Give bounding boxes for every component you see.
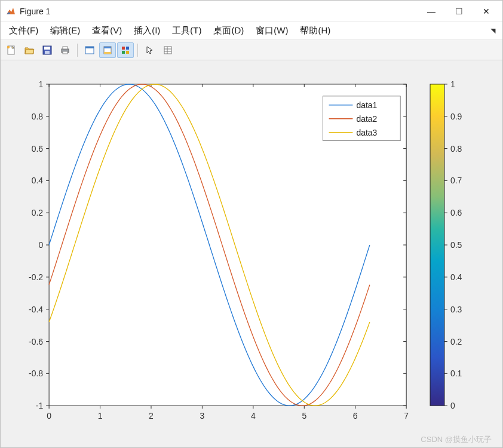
y-tick-label: 0.8: [32, 112, 44, 121]
save-button[interactable]: [39, 42, 56, 58]
y-tick-label: -0.4: [29, 305, 43, 314]
svg-rect-65: [430, 84, 444, 406]
menu-window[interactable]: 窗口(W): [251, 23, 293, 38]
svg-rect-13: [104, 52, 111, 54]
menu-tools[interactable]: 工具(T): [167, 23, 206, 38]
x-tick-label: 3: [200, 411, 205, 421]
svg-rect-18: [164, 47, 171, 54]
inspector-button[interactable]: [160, 42, 176, 58]
legend-item-2: data2: [356, 114, 377, 124]
colorbar-tick-label: 0.2: [450, 337, 462, 346]
toolbar: [1, 40, 502, 60]
y-tick-label: -1: [36, 401, 44, 410]
menu-view[interactable]: 查看(V): [87, 23, 127, 38]
x-tick-label: 1: [98, 411, 103, 421]
colorbar-tick-label: 0.4: [450, 272, 462, 282]
colorbar-tick-label: 0.6: [450, 208, 462, 217]
svg-rect-4: [44, 47, 50, 50]
dock-icon[interactable]: ◥: [490, 27, 499, 35]
colorbar-tick-label: 0.1: [450, 369, 462, 378]
x-tick-label: 7: [404, 411, 409, 421]
svg-point-2: [7, 45, 10, 48]
close-button[interactable]: ✕: [473, 2, 500, 21]
open-button[interactable]: [21, 42, 38, 58]
svg-rect-5: [45, 51, 50, 54]
svg-rect-10: [85, 47, 94, 48]
minimize-button[interactable]: —: [418, 2, 445, 21]
titlebar: Figure 1 — ☐ ✕: [1, 1, 502, 22]
axes[interactable]: 01234567 -1-0.8-0.6-0.4-0.200.20.40.60.8…: [7, 72, 496, 435]
colorbar-button[interactable]: [117, 42, 134, 58]
x-tick-label: 2: [149, 411, 154, 421]
colorbar-tick-label: 0: [450, 401, 455, 410]
matlab-icon: [5, 6, 16, 17]
link-plot-button[interactable]: [99, 42, 116, 58]
menu-desktop[interactable]: 桌面(D): [208, 23, 249, 38]
y-tick-label: 0: [38, 240, 43, 250]
x-tick-label: 5: [302, 411, 306, 421]
toolbar-sep: [77, 44, 78, 57]
window-title: Figure 1: [20, 7, 50, 16]
new-file-button[interactable]: [3, 42, 20, 58]
x-tick-label: 4: [251, 411, 256, 421]
menubar: 文件(F) 编辑(E) 查看(V) 插入(I) 工具(T) 桌面(D) 窗口(W…: [1, 22, 502, 40]
menu-insert[interactable]: 插入(I): [129, 23, 165, 38]
close-icon: ✕: [483, 7, 490, 16]
colorbar-tick-label: 0.7: [450, 176, 462, 185]
colorbar-tick-label: 0.3: [450, 305, 462, 314]
colorbar[interactable]: 00.10.20.30.40.50.60.70.80.91: [430, 79, 462, 410]
y-tick-label: -0.2: [29, 272, 43, 282]
y-tick-label: -0.8: [29, 369, 43, 378]
pointer-button[interactable]: [142, 42, 158, 58]
menu-file[interactable]: 文件(F): [4, 23, 43, 38]
colorbar-tick-label: 0.9: [450, 112, 462, 121]
svg-rect-8: [63, 51, 68, 54]
colorbar-tick-label: 0.8: [450, 144, 462, 154]
maximize-glyph: ☐: [455, 7, 463, 16]
figure-canvas[interactable]: 01234567 -1-0.8-0.6-0.4-0.200.20.40.60.8…: [1, 60, 502, 447]
print-button[interactable]: [57, 42, 73, 58]
menu-help[interactable]: 帮助(H): [295, 23, 335, 38]
minimize-glyph: —: [427, 7, 435, 16]
maximize-button[interactable]: ☐: [445, 2, 473, 21]
x-tick-label: 0: [47, 411, 51, 421]
colorbar-tick-label: 1: [450, 79, 455, 89]
svg-rect-15: [126, 47, 129, 50]
toolbar-sep: [137, 44, 138, 57]
legend-item-3: data3: [356, 128, 377, 137]
y-tick-label: 0.6: [32, 144, 44, 154]
menu-edit[interactable]: 编辑(E): [45, 23, 85, 38]
svg-rect-16: [122, 51, 125, 54]
y-tick-label: 0.4: [32, 176, 44, 185]
legend[interactable]: data1 data2 data3: [323, 96, 401, 141]
colorbar-tick-label: 0.5: [450, 240, 462, 250]
y-tick-label: -0.6: [29, 337, 43, 346]
legend-item-1: data1: [356, 100, 377, 110]
y-tick-label: 0.2: [32, 208, 44, 217]
newfig-button[interactable]: [81, 42, 98, 58]
x-tick-label: 6: [353, 411, 358, 421]
svg-rect-7: [63, 47, 68, 49]
svg-rect-17: [126, 51, 129, 54]
watermark: CSDN @摸鱼小玩子: [421, 434, 492, 445]
svg-rect-12: [104, 47, 111, 48]
svg-rect-14: [122, 47, 125, 50]
y-tick-label: 1: [38, 79, 43, 89]
